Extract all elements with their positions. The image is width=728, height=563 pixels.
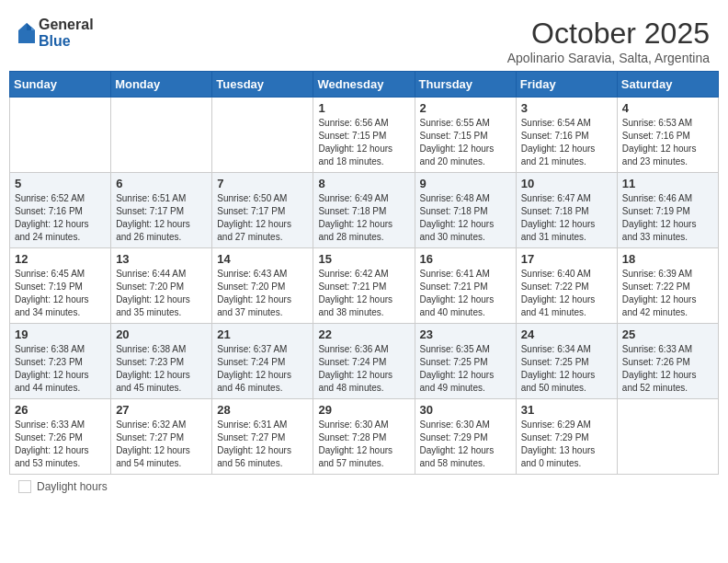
week-row-4: 19Sunrise: 6:38 AMSunset: 7:23 PMDayligh… xyxy=(10,324,719,399)
day-cell: 12Sunrise: 6:45 AMSunset: 7:19 PMDayligh… xyxy=(10,248,111,324)
day-header-tuesday: Tuesday xyxy=(212,72,313,98)
calendar-header: SundayMondayTuesdayWednesdayThursdayFrid… xyxy=(10,72,719,98)
header: General Blue October 2025 Apolinario Sar… xyxy=(9,9,719,71)
day-cell: 23Sunrise: 6:35 AMSunset: 7:25 PMDayligh… xyxy=(415,324,516,399)
day-cell: 28Sunrise: 6:31 AMSunset: 7:27 PMDayligh… xyxy=(212,399,313,475)
day-cell: 30Sunrise: 6:30 AMSunset: 7:29 PMDayligh… xyxy=(415,399,516,475)
logo: General Blue xyxy=(18,17,94,49)
day-number: 22 xyxy=(318,327,409,341)
day-number: 19 xyxy=(15,327,106,341)
day-info: Sunrise: 6:53 AMSunset: 7:16 PMDaylight:… xyxy=(622,117,713,168)
day-number: 18 xyxy=(622,252,713,266)
day-info: Sunrise: 6:33 AMSunset: 7:26 PMDaylight:… xyxy=(15,419,106,470)
day-cell xyxy=(212,98,313,173)
week-row-5: 26Sunrise: 6:33 AMSunset: 7:26 PMDayligh… xyxy=(10,399,719,475)
day-cell: 6Sunrise: 6:51 AMSunset: 7:17 PMDaylight… xyxy=(111,173,212,248)
day-info: Sunrise: 6:37 AMSunset: 7:24 PMDaylight:… xyxy=(217,343,308,395)
day-cell xyxy=(10,98,111,173)
day-number: 25 xyxy=(622,327,713,341)
day-info: Sunrise: 6:52 AMSunset: 7:16 PMDaylight:… xyxy=(15,192,106,244)
day-cell: 13Sunrise: 6:44 AMSunset: 7:20 PMDayligh… xyxy=(111,248,212,324)
day-cell: 19Sunrise: 6:38 AMSunset: 7:23 PMDayligh… xyxy=(10,324,111,399)
day-info: Sunrise: 6:35 AMSunset: 7:25 PMDaylight:… xyxy=(420,343,511,395)
day-header-friday: Friday xyxy=(516,72,617,98)
day-info: Sunrise: 6:56 AMSunset: 7:15 PMDaylight:… xyxy=(318,117,409,168)
logo-icon xyxy=(18,23,35,43)
day-number: 1 xyxy=(318,101,409,115)
day-info: Sunrise: 6:29 AMSunset: 7:29 PMDaylight:… xyxy=(521,419,612,470)
day-info: Sunrise: 6:30 AMSunset: 7:29 PMDaylight:… xyxy=(420,419,511,470)
day-info: Sunrise: 6:31 AMSunset: 7:27 PMDaylight:… xyxy=(217,419,308,470)
day-cell xyxy=(617,399,718,475)
day-info: Sunrise: 6:48 AMSunset: 7:18 PMDaylight:… xyxy=(420,192,511,244)
day-number: 2 xyxy=(420,101,511,115)
day-cell: 27Sunrise: 6:32 AMSunset: 7:27 PMDayligh… xyxy=(111,399,212,475)
day-cell: 18Sunrise: 6:39 AMSunset: 7:22 PMDayligh… xyxy=(617,248,718,324)
day-cell: 14Sunrise: 6:43 AMSunset: 7:20 PMDayligh… xyxy=(212,248,313,324)
day-cell: 24Sunrise: 6:34 AMSunset: 7:25 PMDayligh… xyxy=(516,324,617,399)
day-number: 30 xyxy=(420,403,511,417)
day-number: 26 xyxy=(15,403,106,417)
day-header-sunday: Sunday xyxy=(10,72,111,98)
day-info: Sunrise: 6:34 AMSunset: 7:25 PMDaylight:… xyxy=(521,343,612,395)
day-info: Sunrise: 6:54 AMSunset: 7:16 PMDaylight:… xyxy=(521,117,612,168)
day-cell: 2Sunrise: 6:55 AMSunset: 7:15 PMDaylight… xyxy=(415,98,516,173)
day-cell: 16Sunrise: 6:41 AMSunset: 7:21 PMDayligh… xyxy=(415,248,516,324)
day-number: 17 xyxy=(521,252,612,266)
subtitle: Apolinario Saravia, Salta, Argentina xyxy=(507,51,710,65)
day-number: 7 xyxy=(217,177,308,190)
day-info: Sunrise: 6:36 AMSunset: 7:24 PMDaylight:… xyxy=(318,343,409,395)
calendar: SundayMondayTuesdayWednesdayThursdayFrid… xyxy=(9,71,719,475)
day-cell: 11Sunrise: 6:46 AMSunset: 7:19 PMDayligh… xyxy=(617,173,718,248)
week-row-1: 1Sunrise: 6:56 AMSunset: 7:15 PMDaylight… xyxy=(10,98,719,173)
day-cell: 1Sunrise: 6:56 AMSunset: 7:15 PMDaylight… xyxy=(313,98,415,173)
day-number: 8 xyxy=(318,177,409,190)
day-number: 28 xyxy=(217,403,308,417)
day-header-thursday: Thursday xyxy=(415,72,516,98)
day-info: Sunrise: 6:32 AMSunset: 7:27 PMDaylight:… xyxy=(116,419,207,470)
day-header-saturday: Saturday xyxy=(617,72,718,98)
day-cell xyxy=(111,98,212,173)
day-info: Sunrise: 6:42 AMSunset: 7:21 PMDaylight:… xyxy=(318,268,409,319)
day-cell: 20Sunrise: 6:38 AMSunset: 7:23 PMDayligh… xyxy=(111,324,212,399)
day-cell: 4Sunrise: 6:53 AMSunset: 7:16 PMDaylight… xyxy=(617,98,718,173)
day-number: 15 xyxy=(318,252,409,266)
day-number: 31 xyxy=(521,403,612,417)
day-cell: 9Sunrise: 6:48 AMSunset: 7:18 PMDaylight… xyxy=(415,173,516,248)
day-cell: 5Sunrise: 6:52 AMSunset: 7:16 PMDaylight… xyxy=(10,173,111,248)
month-title: October 2025 xyxy=(507,17,710,51)
day-info: Sunrise: 6:43 AMSunset: 7:20 PMDaylight:… xyxy=(217,268,308,319)
day-info: Sunrise: 6:51 AMSunset: 7:17 PMDaylight:… xyxy=(116,192,207,244)
day-number: 10 xyxy=(521,177,612,190)
day-info: Sunrise: 6:46 AMSunset: 7:19 PMDaylight:… xyxy=(622,192,713,244)
day-info: Sunrise: 6:45 AMSunset: 7:19 PMDaylight:… xyxy=(15,268,106,319)
day-cell: 26Sunrise: 6:33 AMSunset: 7:26 PMDayligh… xyxy=(10,399,111,475)
day-header-wednesday: Wednesday xyxy=(313,72,415,98)
page: General Blue October 2025 Apolinario Sar… xyxy=(0,0,728,563)
day-cell: 22Sunrise: 6:36 AMSunset: 7:24 PMDayligh… xyxy=(313,324,415,399)
day-cell: 8Sunrise: 6:49 AMSunset: 7:18 PMDaylight… xyxy=(313,173,415,248)
day-info: Sunrise: 6:39 AMSunset: 7:22 PMDaylight:… xyxy=(622,268,713,319)
footer: Daylight hours xyxy=(9,475,719,499)
legend-label: Daylight hours xyxy=(37,480,108,493)
day-info: Sunrise: 6:44 AMSunset: 7:20 PMDaylight:… xyxy=(116,268,207,319)
day-info: Sunrise: 6:38 AMSunset: 7:23 PMDaylight:… xyxy=(15,343,106,395)
day-number: 20 xyxy=(116,327,207,341)
title-section: October 2025 Apolinario Saravia, Salta, … xyxy=(507,17,710,65)
day-cell: 29Sunrise: 6:30 AMSunset: 7:28 PMDayligh… xyxy=(313,399,415,475)
day-number: 21 xyxy=(217,327,308,341)
day-header-monday: Monday xyxy=(111,72,212,98)
day-number: 3 xyxy=(521,101,612,115)
day-info: Sunrise: 6:38 AMSunset: 7:23 PMDaylight:… xyxy=(116,343,207,395)
day-cell: 31Sunrise: 6:29 AMSunset: 7:29 PMDayligh… xyxy=(516,399,617,475)
day-info: Sunrise: 6:55 AMSunset: 7:15 PMDaylight:… xyxy=(420,117,511,168)
day-number: 11 xyxy=(622,177,713,190)
day-cell: 17Sunrise: 6:40 AMSunset: 7:22 PMDayligh… xyxy=(516,248,617,324)
day-number: 12 xyxy=(15,252,106,266)
day-info: Sunrise: 6:47 AMSunset: 7:18 PMDaylight:… xyxy=(521,192,612,244)
logo-general: General xyxy=(39,17,94,33)
calendar-body: 1Sunrise: 6:56 AMSunset: 7:15 PMDaylight… xyxy=(10,98,719,475)
day-cell: 25Sunrise: 6:33 AMSunset: 7:26 PMDayligh… xyxy=(617,324,718,399)
day-info: Sunrise: 6:49 AMSunset: 7:18 PMDaylight:… xyxy=(318,192,409,244)
day-info: Sunrise: 6:41 AMSunset: 7:21 PMDaylight:… xyxy=(420,268,511,319)
